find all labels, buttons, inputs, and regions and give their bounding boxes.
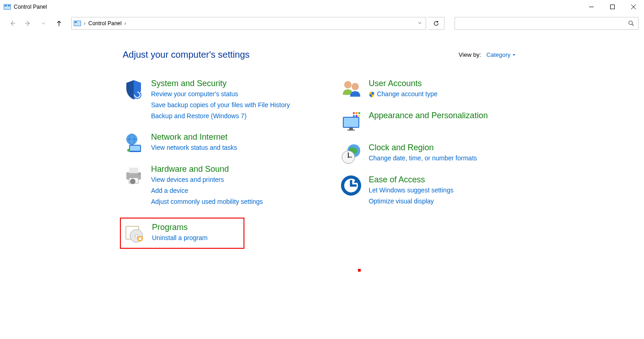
svg-rect-45 bbox=[356, 115, 357, 117]
category-link[interactable]: Change date, time, or number formats bbox=[368, 153, 477, 164]
category-title[interactable]: Programs bbox=[152, 222, 207, 233]
category-clock-region: Clock and Region Change date, time, or n… bbox=[340, 142, 487, 164]
category-link[interactable]: Change account type bbox=[368, 89, 437, 100]
svg-point-26 bbox=[139, 173, 140, 175]
svg-rect-43 bbox=[358, 112, 360, 114]
clock-globe-icon[interactable] bbox=[340, 142, 362, 164]
category-title[interactable]: System and Security bbox=[151, 78, 290, 89]
page-title: Adjust your computer's settings bbox=[123, 49, 249, 60]
category-network-internet: Network and Internet View network status… bbox=[123, 132, 290, 154]
category-title[interactable]: Ease of Access bbox=[368, 175, 453, 185]
svg-rect-3 bbox=[8, 5, 10, 6]
svg-point-35 bbox=[344, 81, 352, 88]
category-link[interactable]: Optimize visual display bbox=[368, 196, 453, 207]
control-panel-icon bbox=[74, 20, 81, 27]
category-link[interactable]: Backup and Restore (Windows 7) bbox=[151, 111, 290, 122]
window-close-button[interactable] bbox=[623, 0, 644, 14]
view-by-dropdown[interactable]: Category bbox=[487, 51, 516, 58]
window-title: Control Panel bbox=[14, 4, 47, 10]
uac-shield-icon bbox=[368, 91, 375, 98]
svg-point-27 bbox=[130, 179, 135, 184]
svg-line-15 bbox=[632, 24, 634, 26]
category-title[interactable]: User Accounts bbox=[368, 78, 437, 89]
category-ease-of-access: Ease of Access Let Windows suggest setti… bbox=[340, 175, 487, 207]
category-system-security: System and Security Review your computer… bbox=[123, 78, 290, 122]
category-title[interactable]: Hardware and Sound bbox=[151, 164, 263, 175]
svg-rect-13 bbox=[75, 22, 77, 23]
breadcrumb-root[interactable]: Control Panel bbox=[88, 20, 122, 27]
category-title[interactable]: Network and Internet bbox=[151, 132, 237, 142]
control-panel-icon bbox=[4, 3, 11, 11]
svg-point-32 bbox=[135, 235, 138, 237]
search-icon bbox=[628, 20, 634, 27]
svg-point-14 bbox=[629, 21, 633, 25]
view-by-label: View by: bbox=[459, 51, 481, 58]
window-maximize-button[interactable] bbox=[602, 0, 623, 14]
printer-icon[interactable] bbox=[123, 164, 145, 186]
breadcrumb-separator-icon: › bbox=[124, 20, 126, 27]
category-link[interactable]: Save backup copies of your files with Fi… bbox=[151, 100, 290, 111]
svg-point-36 bbox=[352, 83, 359, 90]
svg-rect-42 bbox=[356, 112, 357, 114]
category-title[interactable]: Clock and Region bbox=[368, 142, 477, 153]
svg-rect-2 bbox=[5, 5, 7, 6]
category-appearance-personalization: Appearance and Personalization bbox=[340, 110, 487, 132]
svg-point-22 bbox=[127, 149, 130, 152]
category-link[interactable]: Uninstall a program bbox=[152, 233, 207, 244]
svg-rect-39 bbox=[349, 128, 353, 130]
svg-rect-38 bbox=[344, 118, 358, 127]
category-link[interactable]: Review your computer's status bbox=[151, 89, 290, 100]
navigation-bar: › Control Panel › bbox=[0, 14, 644, 33]
category-title[interactable]: Appearance and Personalization bbox=[368, 110, 487, 121]
category-link[interactable]: Let Windows suggest settings bbox=[368, 185, 453, 196]
svg-rect-44 bbox=[353, 115, 355, 117]
svg-rect-21 bbox=[130, 146, 140, 151]
category-hardware-sound: Hardware and Sound View devices and prin… bbox=[123, 164, 290, 208]
content-area: Adjust your computer's settings View by:… bbox=[0, 33, 644, 259]
left-column: System and Security Review your computer… bbox=[123, 78, 290, 259]
shield-icon[interactable] bbox=[123, 78, 145, 100]
svg-rect-41 bbox=[353, 112, 355, 114]
view-by: View by: Category bbox=[459, 51, 516, 58]
category-user-accounts: User Accounts Change account type bbox=[340, 78, 487, 100]
category-link[interactable]: Add a device bbox=[151, 186, 263, 197]
refresh-button[interactable] bbox=[428, 17, 444, 30]
address-history-dropdown[interactable] bbox=[417, 20, 422, 27]
svg-rect-24 bbox=[129, 168, 138, 173]
window-titlebar: Control Panel bbox=[0, 0, 644, 14]
nav-forward-button[interactable] bbox=[21, 16, 35, 30]
right-column: User Accounts Change account type Appear… bbox=[340, 78, 487, 259]
globe-network-icon[interactable] bbox=[123, 132, 145, 154]
search-input[interactable] bbox=[455, 17, 639, 30]
category-link[interactable]: View devices and printers bbox=[151, 175, 263, 186]
svg-rect-5 bbox=[611, 5, 615, 9]
programs-disc-icon[interactable] bbox=[124, 222, 146, 244]
ease-of-access-icon[interactable] bbox=[340, 175, 362, 197]
window-minimize-button[interactable] bbox=[581, 0, 602, 14]
annotation-marker bbox=[358, 269, 361, 272]
address-bar[interactable]: › Control Panel › bbox=[71, 17, 426, 30]
nav-back-button[interactable] bbox=[5, 16, 19, 30]
category-programs: Programs Uninstall a program bbox=[120, 218, 244, 249]
svg-rect-46 bbox=[358, 115, 360, 117]
svg-rect-34 bbox=[139, 237, 141, 240]
svg-rect-40 bbox=[347, 130, 355, 131]
nav-up-button[interactable] bbox=[52, 16, 66, 30]
appearance-icon[interactable] bbox=[340, 110, 362, 132]
category-link[interactable]: View network status and tasks bbox=[151, 142, 237, 153]
breadcrumb-separator-icon: › bbox=[84, 20, 86, 27]
category-link[interactable]: Adjust commonly used mobility settings bbox=[151, 197, 263, 208]
nav-recent-dropdown[interactable] bbox=[37, 16, 50, 30]
svg-point-51 bbox=[348, 157, 349, 158]
user-accounts-icon[interactable] bbox=[340, 78, 362, 100]
